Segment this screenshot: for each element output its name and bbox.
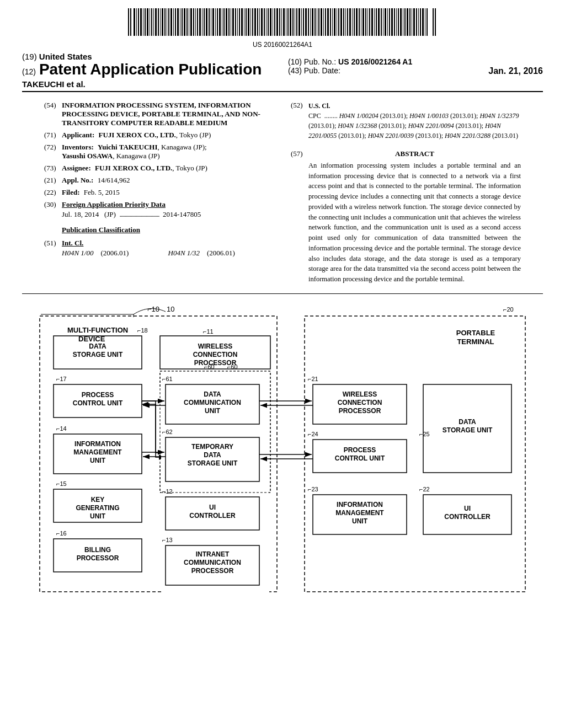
field-72-label: Inventors:	[62, 143, 94, 151]
box-14-line2: MANAGEMENT	[73, 448, 122, 456]
country-line: (19) United States	[22, 52, 277, 61]
svg-rect-55	[248, 8, 249, 36]
field-21-label: Appl. No.:	[62, 176, 93, 184]
diagram-area: 10 MULTI-FUNCTION DEVICE ⌐18 DATA STORAG…	[0, 299, 565, 619]
svg-rect-28	[189, 8, 189, 36]
col-left: (54) INFORMATION PROCESSING SYSTEM, INFO…	[44, 101, 274, 288]
field-51: (51) Int. Cl. H04N 1/00 (2006.01) H04N 1…	[44, 239, 274, 259]
svg-rect-41	[217, 8, 218, 36]
svg-rect-43	[222, 8, 222, 36]
box-22-line2: CONTROLLER	[444, 513, 491, 521]
svg-rect-120	[391, 8, 393, 36]
section-divider	[22, 293, 543, 294]
intcl-grid: H04N 1/00 (2006.01) H04N 1/32 (2006.01)	[62, 249, 274, 259]
inventors-line: TAKEUCHI et al.	[22, 79, 277, 89]
svg-rect-66	[273, 8, 273, 36]
box-21-line1: WIRELESS	[343, 390, 377, 398]
svg-rect-49	[235, 8, 236, 36]
col-right: (52) U.S. Cl. CPC ........ H04N 1/00204 …	[291, 101, 521, 288]
svg-rect-129	[412, 8, 412, 36]
field-21-text: 14/614,962	[98, 176, 130, 184]
svg-rect-90	[325, 8, 326, 36]
svg-rect-105	[359, 8, 360, 36]
svg-rect-97	[340, 8, 342, 36]
svg-rect-26	[184, 8, 185, 36]
box-15-line1: KEY	[91, 496, 105, 504]
field-52-num: (52)	[291, 101, 308, 141]
field-72-content: Inventors: Yuichi TAKEUCHI, Kanagawa (JP…	[62, 143, 274, 160]
box-24-line1: PROCESS	[344, 446, 376, 454]
svg-rect-45	[226, 8, 227, 36]
svg-rect-12	[153, 8, 154, 36]
svg-rect-109	[367, 8, 368, 36]
field-71-content: Applicant: FUJI XEROX CO., LTD., Tokyo (…	[62, 131, 274, 140]
system-diagram: 10 MULTI-FUNCTION DEVICE ⌐18 DATA STORAG…	[23, 299, 542, 608]
box-25-line2: STORAGE UNIT	[443, 426, 493, 434]
svg-rect-1	[128, 8, 129, 36]
svg-rect-118	[387, 8, 388, 36]
svg-rect-113	[376, 8, 377, 36]
box-12-new-line2: CONTROLLER	[189, 512, 236, 520]
header-top: (19) United States (12) Patent Applicati…	[22, 52, 543, 92]
svg-rect-124	[400, 8, 402, 36]
field-71: (71) Applicant: FUJI XEROX CO., LTD., To…	[44, 131, 274, 140]
svg-rect-30	[193, 8, 194, 36]
svg-rect-70	[281, 8, 282, 36]
svg-rect-57	[252, 8, 253, 36]
box-61-line1: DATA	[204, 390, 221, 398]
box-17-line2: CONTROL UNIT	[73, 399, 123, 407]
box-17-line1: PROCESS	[82, 391, 114, 399]
svg-rect-115	[381, 8, 382, 36]
ref-13-new: ⌐13	[162, 537, 173, 543]
svg-rect-9	[147, 8, 148, 36]
svg-rect-56	[250, 8, 251, 36]
field-30-num: (30)	[44, 200, 62, 219]
ref-18: ⌐18	[137, 327, 148, 334]
field-30-data: Jul. 18, 2014 (JP) .....................…	[62, 210, 274, 219]
field-73-text: FUJI XEROX CO., LTD., Tokyo (JP)	[95, 164, 207, 172]
svg-rect-5	[138, 8, 139, 36]
svg-rect-88	[321, 8, 322, 36]
svg-rect-93	[332, 8, 333, 36]
field-71-num: (71)	[44, 131, 62, 140]
box-18-line2: STORAGE UNIT	[73, 351, 123, 358]
svg-rect-62	[264, 8, 265, 36]
field-22-text: Feb. 5, 2015	[84, 188, 120, 196]
svg-rect-58	[254, 8, 256, 36]
svg-rect-19	[168, 8, 169, 36]
field-54-num: (54)	[44, 101, 62, 127]
svg-rect-78	[299, 8, 300, 36]
box-62-line2: DATA	[204, 451, 221, 459]
svg-rect-134	[422, 8, 424, 36]
svg-rect-81	[305, 8, 307, 36]
field-73: (73) Assignee: FUJI XEROX CO., LTD., Tok…	[44, 164, 274, 173]
svg-rect-110	[369, 8, 370, 36]
svg-rect-61	[261, 8, 263, 36]
svg-rect-64	[268, 8, 269, 36]
svg-rect-10	[150, 8, 150, 36]
svg-rect-135	[425, 8, 425, 36]
field-22-content: Filed: Feb. 5, 2015	[62, 188, 274, 197]
svg-rect-95	[337, 8, 337, 36]
svg-rect-73	[287, 8, 289, 36]
svg-rect-92	[330, 8, 331, 36]
svg-rect-32	[197, 8, 198, 36]
field-52-label: U.S. Cl.	[308, 101, 521, 111]
box-14-line3: UNIT	[90, 457, 106, 464]
svg-rect-116	[383, 8, 383, 36]
svg-rect-40	[215, 8, 216, 36]
svg-rect-63	[266, 8, 266, 36]
svg-rect-35	[204, 8, 205, 36]
intcl-1: H04N 1/00 (2006.01)	[62, 249, 168, 258]
portable-terminal-label2: TERMINAL	[457, 338, 494, 346]
svg-rect-77	[296, 8, 297, 36]
ref-11-new: ⌐11	[203, 328, 214, 335]
svg-rect-38	[211, 8, 211, 36]
svg-rect-132	[418, 8, 419, 36]
svg-rect-33	[199, 8, 201, 36]
svg-rect-60	[259, 8, 260, 36]
box-14-line1: INFORMATION	[74, 440, 121, 448]
field-73-content: Assignee: FUJI XEROX CO., LTD., Tokyo (J…	[62, 164, 274, 173]
ref-61-2: ⌐61	[162, 376, 173, 382]
field-57-content: ABSTRACT An information processing syste…	[308, 149, 521, 285]
